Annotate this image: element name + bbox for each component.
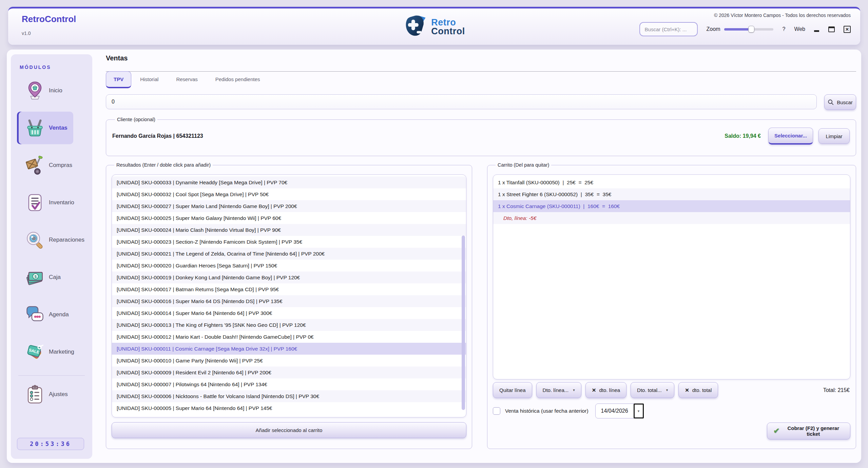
home-pin-icon — [25, 81, 45, 100]
result-row[interactable]: [UNIDAD] SKU-000006 | Nicktoons - Battle… — [112, 390, 466, 402]
result-row[interactable]: [UNIDAD] SKU-000014 | Super Mario 64 [Ni… — [112, 307, 466, 319]
clear-total-discount-button[interactable]: ✕ dto. total — [678, 382, 718, 398]
client-legend: Cliente (opcional) — [115, 117, 157, 122]
search-icon — [828, 99, 834, 105]
results-legend: Resultados (Enter / doble click para aña… — [114, 162, 213, 168]
svg-text:$: $ — [35, 274, 37, 279]
line-discount-dropdown-button[interactable]: Dto. línea... ▾ — [536, 382, 581, 398]
app-version: v1.0 — [22, 31, 76, 36]
web-button[interactable]: Web — [794, 26, 805, 32]
result-row[interactable]: [UNIDAD] SKU-000017 | Batman Returns [Se… — [112, 283, 466, 295]
remove-line-button[interactable]: Quitar línea — [493, 382, 532, 398]
result-row[interactable]: [UNIDAD] SKU-000016 | Super Mario 64 DS … — [112, 295, 466, 307]
clear-client-button[interactable]: Limpiar — [818, 128, 850, 144]
close-icon[interactable]: ✕ — [844, 26, 851, 33]
result-row[interactable]: [UNIDAD] SKU-000010 | Game Party [Ninten… — [112, 355, 466, 367]
page-title: Ventas — [106, 54, 856, 64]
result-row[interactable]: [UNIDAD] SKU-000019 | Donkey Kong Land [… — [112, 272, 466, 283]
client-section: Cliente (opcional) Fernando García Rojas… — [106, 117, 856, 156]
maximize-icon[interactable] — [828, 26, 835, 32]
cart-listbox[interactable]: 1 x Titanfall (SKU-000050) | 25€ = 25€ 1… — [493, 174, 850, 379]
result-row[interactable]: [UNIDAD] SKU-000013 | The King of Fighte… — [112, 319, 466, 331]
result-row[interactable]: [UNIDAD] SKU-000005 | Super Mario 64 [Ni… — [112, 402, 466, 414]
result-row[interactable]: [UNIDAD] SKU-000032 | Cool Spot [Sega Me… — [112, 188, 466, 200]
chevron-down-icon: ▾ — [638, 409, 640, 413]
search-button-label: Buscar — [837, 99, 853, 105]
historic-sale-label: Venta histórica (usar fecha anterior) — [505, 408, 589, 414]
select-client-button[interactable]: Seleccionar... — [768, 128, 813, 145]
app-header: RetroControl v1.0 Retro Control © — [8, 7, 860, 45]
gamepad-logo-icon — [403, 13, 429, 40]
sidebar-item-marketing[interactable]: SALE Marketing — [17, 333, 73, 371]
tab-pedidos-pendientes[interactable]: Pedidos pendientes — [207, 71, 269, 87]
tab-bar: TPV Historial Reservas Pedidos pendiente… — [106, 71, 856, 88]
results-section: Resultados (Enter / doble click para aña… — [106, 162, 472, 449]
result-row[interactable]: [UNIDAD] SKU-000021 | The Legend of Zeld… — [112, 248, 466, 260]
cart-row[interactable]: 1 x Street Fighter 6 (SKU-000052) | 35€ … — [493, 188, 850, 200]
product-search-input[interactable] — [106, 94, 817, 109]
pay-button[interactable]: ✔ Cobrar (F2) y generar ticket — [767, 423, 850, 439]
zoom-label: Zoom — [707, 26, 720, 32]
sidebar-item-ventas[interactable]: Ventas — [17, 112, 73, 144]
cart-legend: Carrito (Del para quitar) — [496, 162, 551, 168]
cart-row[interactable]: 1 x Titanfall (SKU-000050) | 25€ = 25€ — [493, 176, 850, 188]
result-row[interactable]: [UNIDAD] SKU-000020 | Guardian Heroes [S… — [112, 260, 466, 272]
cart-section: Carrito (Del para quitar) 1 x Titanfall … — [487, 162, 856, 449]
sidebar-title: MÓDULOS — [20, 64, 92, 70]
result-row[interactable]: [UNIDAD] SKU-000024 | Mario Clash [Ninte… — [112, 224, 466, 236]
add-to-cart-button[interactable]: Añadir seleccionado al carrito — [112, 422, 466, 438]
settings-clipboard-icon — [25, 385, 45, 404]
result-row[interactable]: [UNIDAD] SKU-000012 | Mario Kart - Doubl… — [112, 331, 466, 343]
search-button[interactable]: Buscar — [824, 94, 856, 110]
basket-icon — [25, 118, 45, 138]
cart-row-selected[interactable]: 1 x Cosmic Carnage (SKU-000011) | 160€ =… — [493, 200, 850, 212]
cash-bills-icon: $ — [25, 267, 45, 287]
sale-date-field[interactable]: 14/04/2026 ▾ — [595, 404, 644, 418]
historic-sale-row: Venta histórica (usar fecha anterior) 14… — [493, 404, 850, 418]
cart-actions: Quitar línea Dto. línea... ▾ ✕ dto. líne… — [493, 382, 850, 398]
sidebar-item-compras[interactable]: Compras — [17, 147, 73, 184]
result-row[interactable]: [UNIDAD] SKU-000025 | Super Mario Galaxy… — [112, 212, 466, 224]
tab-reservas[interactable]: Reservas — [167, 71, 206, 87]
results-scrollbar[interactable] — [462, 236, 465, 410]
result-row[interactable]: [UNIDAD] SKU-000009 | Resident Evil 2 [N… — [112, 367, 466, 378]
tab-tpv[interactable]: TPV — [106, 71, 131, 88]
sidebar-item-inicio[interactable]: Inicio — [17, 72, 73, 109]
x-icon: ✕ — [685, 387, 689, 393]
chevron-down-icon: ▾ — [666, 388, 668, 392]
help-button[interactable]: ? — [782, 26, 785, 32]
result-row[interactable]: [UNIDAD] SKU-000033 | Dynamite Headdy [S… — [112, 176, 466, 188]
sidebar-item-inventario[interactable]: Inventario — [17, 184, 73, 221]
date-dropdown-button[interactable]: ▾ — [634, 404, 644, 418]
client-balance: Saldo: 19,94 € — [725, 133, 761, 139]
sidebar-item-ajustes[interactable]: Ajustes — [17, 376, 73, 413]
app-title: RetroControl — [22, 14, 76, 24]
historic-sale-checkbox[interactable] — [493, 407, 500, 415]
chat-bubbles-icon — [25, 305, 45, 324]
cart-total: Total: 215€ — [823, 387, 850, 393]
results-listbox[interactable]: [UNIDAD] SKU-000033 | Dynamite Headdy [S… — [112, 174, 466, 417]
inventory-checklist-icon — [25, 193, 45, 212]
magnifier-eye-icon — [25, 230, 45, 250]
cart-row-discount[interactable]: Dto, línea: -5€ — [493, 212, 850, 224]
sidebar-item-agenda[interactable]: Agenda — [17, 296, 73, 333]
result-row-selected[interactable]: [UNIDAD] SKU-000011 | Cosmic Carnage [Se… — [112, 343, 466, 355]
brand-block: RetroControl v1.0 — [22, 14, 76, 36]
sidebar-item-caja[interactable]: $ Caja — [17, 259, 73, 296]
zoom-slider[interactable] — [724, 26, 773, 33]
global-search-input[interactable] — [639, 22, 698, 36]
handtruck-icon — [25, 155, 45, 175]
result-row[interactable]: [UNIDAD] SKU-000007 | Pilotwings 64 [Nin… — [112, 378, 466, 390]
check-icon: ✔ — [773, 427, 779, 435]
sidebar-item-reparaciones[interactable]: Reparaciones — [17, 221, 73, 259]
total-discount-dropdown-button[interactable]: Dto. total... ▾ — [631, 382, 674, 398]
result-row[interactable]: [UNIDAD] SKU-000023 | Section-Z [Nintend… — [112, 236, 466, 248]
clear-line-discount-button[interactable]: ✕ dto. línea — [585, 382, 626, 398]
result-row[interactable]: [UNIDAD] SKU-000027 | Super Mario Land [… — [112, 200, 466, 212]
tab-historial[interactable]: Historial — [131, 71, 167, 87]
sale-tag-icon: SALE — [25, 342, 45, 362]
minimize-icon[interactable] — [814, 26, 819, 32]
zoom-slider-thumb[interactable] — [748, 26, 754, 33]
clock: 20:53:36 — [17, 438, 84, 450]
logo-wordmark: Retro Control — [431, 18, 465, 36]
